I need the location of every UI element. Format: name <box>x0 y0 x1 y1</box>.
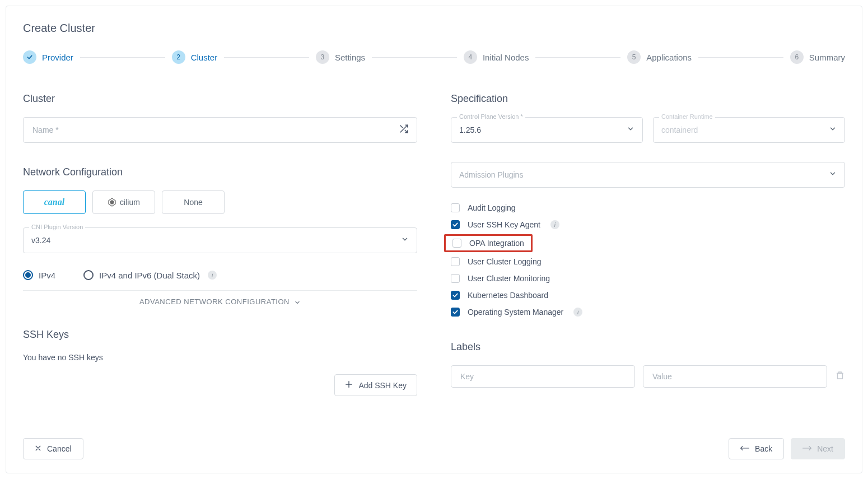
cni-cilium-pill[interactable]: cilium <box>92 190 155 214</box>
cp-version-label: Control Plane Version * <box>457 113 525 120</box>
cluster-name-input-wrap[interactable] <box>23 117 417 143</box>
step-number: 2 <box>172 50 185 64</box>
label-key-input[interactable] <box>459 371 627 382</box>
trash-icon[interactable] <box>835 370 845 383</box>
checkbox-checked-icon <box>451 308 460 317</box>
check-opa-integration[interactable]: OPA Integration <box>452 239 524 248</box>
check-label: User Cluster Logging <box>468 257 542 266</box>
step-cluster[interactable]: 2 Cluster <box>172 50 218 64</box>
step-initial-nodes: 4 Initial Nodes <box>464 50 529 64</box>
label-value-input-wrap[interactable] <box>643 365 827 388</box>
admission-plugins-select[interactable]: Admission Plugins <box>451 162 845 188</box>
radio-dualstack[interactable]: IPv4 and IPv6 (Dual Stack) i <box>83 270 217 280</box>
step-applications: 5 Applications <box>627 50 692 64</box>
cilium-icon <box>108 198 116 207</box>
opa-highlight: OPA Integration <box>444 234 533 252</box>
radio-ipv4[interactable]: IPv4 <box>23 270 55 280</box>
checkbox-icon <box>451 203 460 212</box>
add-ssh-key-button[interactable]: Add SSH Key <box>334 374 417 396</box>
step-label: Settings <box>335 53 365 62</box>
cancel-button[interactable]: Cancel <box>23 438 83 459</box>
page-title: Create Cluster <box>23 22 845 35</box>
none-label: None <box>184 198 202 207</box>
chevron-down-icon <box>401 235 409 245</box>
check-label: Kubernetes Dashboard <box>468 291 548 300</box>
cni-canal-pill[interactable]: canal <box>23 190 86 214</box>
cni-none-pill[interactable]: None <box>162 190 225 214</box>
control-plane-version-select[interactable]: Control Plane Version * 1.25.6 <box>451 117 643 143</box>
labels-section-title: Labels <box>451 341 845 353</box>
label-key-input-wrap[interactable] <box>451 365 635 388</box>
step-provider[interactable]: Provider <box>23 50 73 64</box>
label-value-input[interactable] <box>651 371 819 382</box>
cni-pill-row: canal cilium None <box>23 190 417 214</box>
info-icon[interactable]: i <box>550 220 559 229</box>
container-runtime-select[interactable]: Container Runtime containerd <box>653 117 845 143</box>
check-user-cluster-logging[interactable]: User Cluster Logging <box>451 257 845 266</box>
check-audit-logging[interactable]: Audit Logging <box>451 203 845 212</box>
canal-logo: canal <box>44 197 64 207</box>
step-number: 6 <box>790 50 804 64</box>
chevron-down-icon <box>829 125 837 135</box>
cancel-label: Cancel <box>47 444 72 453</box>
check-label: OPA Integration <box>469 239 524 248</box>
check-label: Operating System Manager <box>468 308 563 317</box>
back-button[interactable]: Back <box>729 438 784 459</box>
step-label: Provider <box>42 53 73 62</box>
ip-stack-radio-group: IPv4 IPv4 and IPv6 (Dual Stack) i <box>23 270 417 280</box>
radio-ipv4-label: IPv4 <box>39 271 55 280</box>
check-kubernetes-dashboard[interactable]: Kubernetes Dashboard <box>451 291 845 300</box>
check-user-cluster-monitoring[interactable]: User Cluster Monitoring <box>451 274 845 283</box>
check-label: Audit Logging <box>468 203 516 212</box>
check-user-ssh-key-agent[interactable]: User SSH Key Agent i <box>451 220 845 229</box>
close-icon <box>35 444 41 453</box>
specification-section-title: Specification <box>451 93 845 105</box>
step-label: Summary <box>809 53 845 62</box>
step-summary: 6 Summary <box>790 50 845 64</box>
runtime-value: containerd <box>661 125 829 134</box>
checkbox-icon <box>452 239 461 248</box>
stepper: Provider 2 Cluster 3 Settings 4 Initial … <box>23 50 845 64</box>
checkbox-icon <box>451 257 460 266</box>
plus-icon <box>345 380 353 390</box>
step-number: 3 <box>316 50 329 64</box>
step-number: 4 <box>464 50 477 64</box>
advanced-network-toggle[interactable]: ADVANCED NETWORK CONFIGURATION <box>23 291 417 313</box>
back-label: Back <box>755 444 772 453</box>
cni-version-value: v3.24 <box>31 236 401 245</box>
cluster-section-title: Cluster <box>23 93 417 105</box>
svg-marker-1 <box>110 200 114 204</box>
chevron-down-icon <box>627 125 634 135</box>
step-settings: 3 Settings <box>316 50 365 64</box>
network-section-title: Network Configuration <box>23 166 417 178</box>
cluster-name-input[interactable] <box>31 125 399 135</box>
step-label: Initial Nodes <box>483 53 529 62</box>
runtime-label: Container Runtime <box>659 113 715 120</box>
admission-placeholder: Admission Plugins <box>459 170 829 179</box>
info-icon[interactable]: i <box>573 308 582 317</box>
feature-checkbox-list: Audit Logging User SSH Key Agent i OPA I… <box>451 203 845 317</box>
radio-dualstack-label: IPv4 and IPv6 (Dual Stack) <box>99 271 200 280</box>
ssh-section-title: SSH Keys <box>23 329 417 341</box>
step-label: Cluster <box>191 53 218 62</box>
cp-version-value: 1.25.6 <box>459 125 627 134</box>
cni-version-select[interactable]: CNI Plugin Version v3.24 <box>23 227 417 253</box>
check-label: User SSH Key Agent <box>468 220 540 229</box>
check-icon <box>23 50 36 64</box>
chevron-down-icon <box>829 170 837 180</box>
info-icon[interactable]: i <box>208 271 217 280</box>
arrow-left-icon <box>740 444 749 453</box>
add-ssh-label: Add SSH Key <box>358 381 407 390</box>
check-operating-system-manager[interactable]: Operating System Manager i <box>451 308 845 317</box>
ssh-empty-text: You have no SSH keys <box>23 353 417 362</box>
check-label: User Cluster Monitoring <box>468 274 550 283</box>
step-number: 5 <box>627 50 641 64</box>
shuffle-icon[interactable] <box>399 124 409 136</box>
checkbox-icon <box>451 274 460 283</box>
cilium-label: cilium <box>120 198 140 207</box>
step-label: Applications <box>646 53 692 62</box>
checkbox-checked-icon <box>451 291 460 300</box>
next-button: Next <box>791 438 845 459</box>
cni-version-label: CNI Plugin Version <box>29 224 85 230</box>
next-label: Next <box>817 444 833 453</box>
